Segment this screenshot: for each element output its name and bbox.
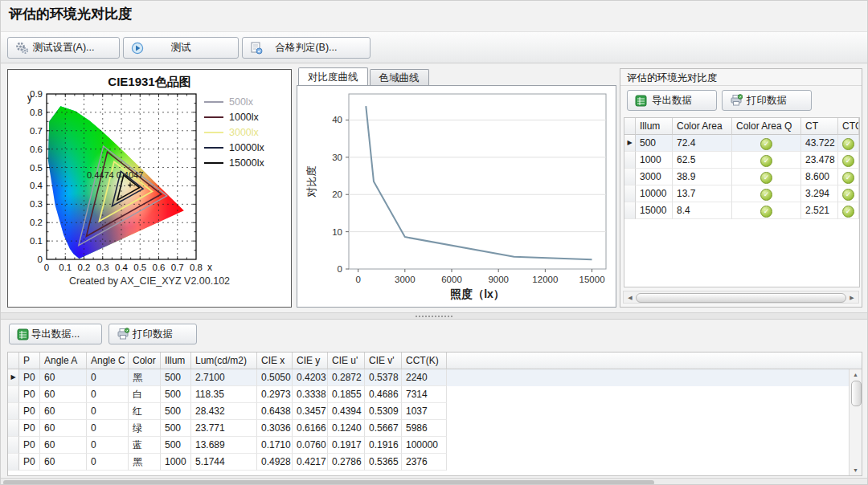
test-settings-button[interactable]: 测试设置(A)... (7, 37, 120, 59)
cell: 0.4394 (328, 403, 365, 420)
tab-gamut-curve[interactable]: 色域曲线 (370, 69, 429, 86)
hscroll-thumb[interactable] (636, 293, 846, 303)
cell: 8.4 (673, 202, 732, 219)
table-row[interactable]: 150008.4✓2.521✓ (624, 202, 859, 219)
table-row[interactable]: P0600蓝50013.6890.17100.07600.19170.19161… (8, 437, 862, 454)
scroll-up-icon[interactable]: ▲ (850, 370, 861, 380)
pass-check-icon: ✓ (842, 172, 854, 184)
bottom-hscrollbar[interactable] (1, 478, 867, 485)
legend-label: 1000lx (229, 112, 259, 123)
legend-label: 500lx (229, 96, 253, 108)
cell: 60 (40, 403, 87, 420)
horizontal-splitter[interactable] (1, 312, 867, 320)
xls-export-icon (635, 95, 647, 107)
cell: 500 (161, 420, 191, 437)
svg-text:6000: 6000 (441, 275, 462, 284)
svg-text:0: 0 (44, 263, 49, 272)
cell: ✓ (838, 185, 859, 202)
cell: 0.5667 (365, 420, 402, 437)
scroll-left-icon[interactable]: ◀ (625, 292, 635, 302)
cell: 60 (40, 454, 87, 471)
legend-line-swatch (204, 147, 223, 149)
svg-text:0.4474 0.4047: 0.4474 0.4047 (87, 170, 143, 180)
pass-judgement-button[interactable]: 合格判定(B)... (242, 37, 371, 59)
svg-text:9000: 9000 (488, 275, 509, 284)
cell: 黑 (129, 369, 161, 386)
table-row[interactable]: P0600红50028.4320.64380.34570.43940.53091… (8, 403, 862, 420)
right-table-hscrollbar[interactable]: ◀ ▶ (623, 291, 859, 304)
pass-check-icon: ✓ (842, 206, 854, 218)
cell: 10000 (636, 185, 673, 202)
table-row[interactable]: 1000013.7✓3.294✓ (624, 185, 859, 202)
cell: 0 (87, 420, 129, 437)
cie-credit-text: Created by AX_CIE_XYZ V2.00.102 (8, 275, 291, 287)
header-cell: Illum (161, 353, 191, 369)
cell: 白 (129, 386, 161, 403)
vscroll-thumb[interactable] (851, 381, 862, 406)
svg-text:对比度: 对比度 (305, 166, 317, 198)
table-row[interactable]: 300038.9✓8.600✓ (624, 169, 859, 185)
table-row[interactable]: P0600黑10005.17440.49280.42170.27860.5365… (8, 454, 862, 471)
cell: P0 (19, 403, 40, 420)
judgement-document-icon (250, 42, 263, 55)
print-data-bottom-button[interactable]: 打印数据 (108, 324, 197, 344)
header-cell (8, 353, 19, 369)
cell: ✓ (732, 169, 801, 185)
cell: 0.3338 (293, 386, 328, 403)
cell: 0.6166 (293, 420, 328, 437)
curve-panel: 对比度曲线色域曲线 010203040030006000900012000150… (297, 68, 616, 308)
table-row[interactable]: P0600绿50023.7710.30360.61660.12400.56675… (8, 420, 862, 437)
legend-label: 3000lx (229, 127, 259, 138)
cell: 3000 (636, 169, 673, 185)
toolbar: 测试设置(A)... 测试 合格 (1, 31, 867, 63)
cell: 0.5365 (365, 454, 402, 471)
cell: 0.2786 (328, 454, 365, 471)
cell: 500 (161, 437, 191, 454)
export-data-button[interactable]: 导出数据 (627, 90, 717, 111)
filler-cell (447, 437, 862, 454)
cell: 0.4217 (293, 454, 328, 471)
svg-text:0.6: 0.6 (153, 263, 166, 272)
header-cell (624, 118, 636, 135)
tab-contrast-curve[interactable]: 对比度曲线 (298, 67, 368, 86)
legend-item: 1000lx (204, 109, 264, 124)
filler-cell (447, 420, 862, 437)
table-row[interactable]: 100062.5✓23.478✓ (624, 152, 859, 169)
scroll-down-icon[interactable]: ▼ (850, 466, 861, 475)
pass-check-icon: ✓ (842, 189, 854, 201)
table-row[interactable]: P0600白500118.350.29730.33380.18550.46867… (8, 386, 862, 403)
svg-text:0.7: 0.7 (30, 126, 43, 136)
chart-tabs: 对比度曲线色域曲线 (298, 68, 431, 86)
print-data-button[interactable]: 打印数据 (722, 90, 812, 111)
scroll-right-icon[interactable]: ▶ (847, 292, 857, 302)
table-row[interactable]: ▶50072.4✓43.722✓ (624, 135, 859, 152)
measurement-table-vscrollbar[interactable]: ▲ ▼ (849, 369, 862, 476)
header-cell: P (19, 353, 40, 369)
cell: 23.771 (191, 420, 257, 437)
export-data-bottom-button[interactable]: 导出数据... (9, 324, 102, 344)
svg-text:照度（lx）: 照度（lx） (450, 287, 505, 300)
pass-check-icon: ✓ (760, 189, 772, 201)
contrast-chart-body: 01020304003000600090001200015000照度（lx）对比… (297, 85, 616, 308)
table-header-row: PAngle AAngle CColorIllumLum(cd/m2)CIE x… (8, 353, 862, 369)
test-button[interactable]: 测试 (123, 37, 239, 59)
cell: ✓ (732, 202, 801, 219)
filler-cell (447, 369, 862, 386)
pass-check-icon: ✓ (760, 172, 772, 184)
cell: 0 (87, 454, 129, 471)
cell: 0.0760 (293, 437, 328, 454)
cell: 60 (40, 386, 87, 403)
cell: ✓ (838, 202, 859, 219)
ambient-contrast-panel-title: 评估的环境光对比度 (627, 71, 718, 85)
svg-text:0.2: 0.2 (30, 218, 43, 227)
test-settings-label: 测试设置(A)... (32, 41, 94, 55)
cie-legend: 500lx1000lx3000lx10000lx15000lx (204, 94, 264, 170)
header-cell: Angle A (40, 353, 87, 369)
legend-item: 500lx (204, 94, 264, 109)
cell: 500 (161, 386, 191, 403)
table-row[interactable]: ▶P0600黑5002.71000.50500.42030.28720.5378… (8, 369, 862, 386)
bottom-hscroll-thumb[interactable] (3, 480, 654, 485)
svg-text:12000: 12000 (532, 275, 558, 284)
cell: P0 (19, 454, 40, 471)
test-label: 测试 (171, 41, 191, 55)
